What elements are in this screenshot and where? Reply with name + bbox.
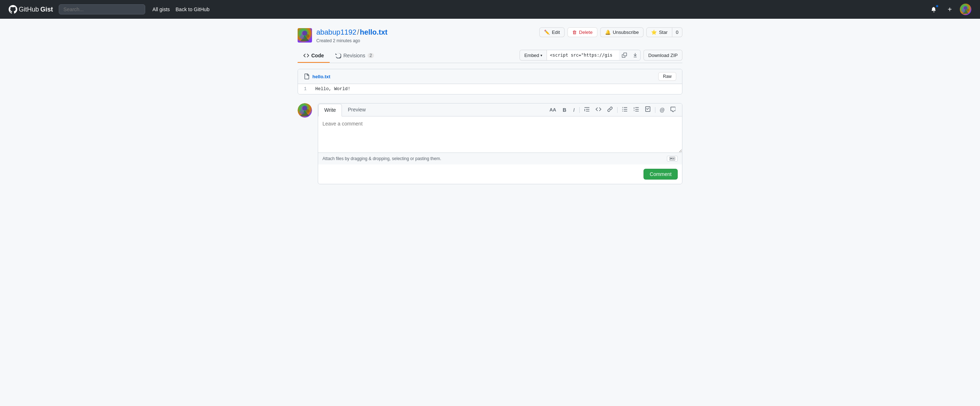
embed-group: Embed ▾ — [520, 50, 641, 61]
star-group: ⭐ Star 0 — [646, 27, 682, 37]
bold-button[interactable]: B — [561, 106, 568, 113]
download-clip-button[interactable] — [630, 50, 641, 61]
embed-input[interactable] — [547, 50, 619, 61]
gist-username-link[interactable]: ababup1192 — [317, 28, 356, 36]
link-button[interactable] — [606, 105, 614, 114]
logo-github-text: GitHub — [19, 6, 39, 13]
avatar[interactable] — [960, 3, 971, 15]
task-list-icon — [645, 106, 651, 112]
comment-toolbar: AA B I — [544, 104, 682, 116]
comment-textarea[interactable] — [318, 117, 682, 152]
search-input[interactable] — [59, 4, 145, 14]
saved-replies-button[interactable] — [669, 105, 678, 114]
navbar-links: All gists Back to GitHub — [153, 6, 209, 12]
delete-button[interactable]: 🗑 Delete — [568, 27, 597, 37]
star-label: Star — [659, 30, 668, 35]
italic-button[interactable]: I — [571, 106, 576, 113]
all-gists-link[interactable]: All gists — [153, 6, 170, 12]
bell-icon — [931, 6, 937, 12]
line-number: 1 — [298, 84, 312, 94]
comment-tabs-bar: Write Preview AA B I — [318, 104, 682, 117]
preview-tab[interactable]: Preview — [342, 104, 371, 116]
download-icon — [633, 53, 638, 58]
notification-badge — [936, 5, 939, 8]
ordered-list-icon — [633, 106, 639, 112]
tab-code[interactable]: Code — [298, 49, 330, 63]
tab-revisions-label: Revisions — [344, 53, 365, 58]
write-tab[interactable]: Write — [318, 104, 342, 117]
gist-filename-link[interactable]: hello.txt — [360, 28, 388, 36]
embed-button[interactable]: Embed ▾ — [520, 50, 547, 61]
quote-icon — [584, 106, 590, 112]
code-icon — [303, 53, 309, 58]
code-button[interactable] — [594, 105, 603, 114]
copy-button[interactable] — [619, 50, 630, 61]
attach-files-text: Attach files by dragging & dropping, sel… — [323, 156, 441, 161]
link-icon — [607, 106, 613, 112]
raw-button[interactable]: Raw — [658, 72, 676, 81]
edit-button[interactable]: ✏️ Edit — [539, 27, 565, 37]
toolbar-sep-3 — [655, 107, 655, 113]
markdown-badge — [667, 156, 678, 161]
tab-revisions[interactable]: Revisions 2 — [330, 49, 380, 63]
tabs-bar: Code Revisions 2 Embed ▾ — [298, 49, 682, 63]
markdown-icon — [670, 157, 675, 160]
notifications-button[interactable] — [928, 3, 940, 15]
clipboard-icon — [622, 53, 627, 58]
star-icon: ⭐ — [651, 30, 657, 35]
mention-button[interactable]: @ — [658, 106, 666, 113]
navbar: GitHub Gist All gists Back to GitHub + — [0, 0, 980, 19]
delete-icon: 🗑 — [572, 30, 577, 35]
ordered-list-button[interactable] — [632, 105, 641, 114]
gist-title-block: ababup1192/hello.txt Created 2 minutes a… — [317, 27, 387, 43]
unordered-list-button[interactable] — [620, 105, 629, 114]
github-logo-icon — [9, 5, 17, 14]
svg-point-3 — [966, 9, 969, 11]
tabs-right: Embed ▾ Download ZIP — [520, 50, 682, 62]
svg-point-13 — [306, 109, 310, 113]
table-row: 1 Hello, World! — [298, 84, 682, 94]
saved-replies-icon — [670, 106, 676, 112]
file-name: hello.txt — [312, 74, 330, 79]
navbar-right: + — [928, 3, 971, 15]
comment-section: Write Preview AA B I — [298, 103, 682, 184]
delete-label: Delete — [579, 30, 593, 35]
inline-code-icon — [595, 106, 601, 112]
gist-actions: ✏️ Edit 🗑 Delete 🔔 Unsubscribe ⭐ Star 0 — [539, 27, 682, 37]
download-zip-button[interactable]: Download ZIP — [643, 50, 682, 61]
comment-tabs-left: Write Preview — [318, 104, 371, 116]
revisions-badge: 2 — [368, 53, 374, 58]
comment-submit-row: Comment — [318, 165, 682, 184]
commenter-avatar — [298, 103, 312, 118]
embed-label: Embed — [524, 53, 539, 58]
file-icon — [304, 74, 310, 79]
file-name-link[interactable]: hello.txt — [304, 74, 330, 79]
comment-box: Write Preview AA B I — [318, 103, 682, 184]
gist-title-separator: / — [357, 28, 359, 36]
gist-owner-avatar-icon — [298, 28, 312, 43]
avatar-icon — [960, 3, 971, 15]
edit-icon: ✏️ — [544, 30, 550, 35]
code-table: 1 Hello, World! — [298, 84, 682, 94]
back-to-github-link[interactable]: Back to GitHub — [175, 6, 209, 12]
toolbar-sep-2 — [617, 107, 617, 113]
revisions-icon — [336, 53, 341, 58]
file-box: hello.txt Raw 1 Hello, World! — [298, 69, 682, 94]
gist-owner-avatar — [298, 28, 312, 43]
edit-label: Edit — [552, 30, 560, 35]
tab-code-label: Code — [311, 53, 324, 58]
unsubscribe-button[interactable]: 🔔 Unsubscribe — [600, 27, 643, 37]
quote-button[interactable] — [582, 105, 591, 114]
new-gist-button[interactable]: + — [944, 3, 956, 15]
star-button[interactable]: ⭐ Star — [646, 27, 672, 37]
commenter-avatar-icon — [298, 103, 312, 118]
gist-meta: ababup1192/hello.txt Created 2 minutes a… — [298, 27, 387, 43]
site-logo[interactable]: GitHub Gist — [9, 5, 53, 14]
file-header: hello.txt Raw — [298, 69, 682, 84]
task-list-button[interactable] — [643, 105, 652, 114]
gist-title: ababup1192/hello.txt — [317, 27, 387, 37]
gist-header: ababup1192/hello.txt Created 2 minutes a… — [298, 27, 682, 43]
comment-button[interactable]: Comment — [643, 169, 678, 179]
heading-button[interactable]: AA — [548, 106, 558, 113]
svg-point-8 — [306, 34, 310, 38]
